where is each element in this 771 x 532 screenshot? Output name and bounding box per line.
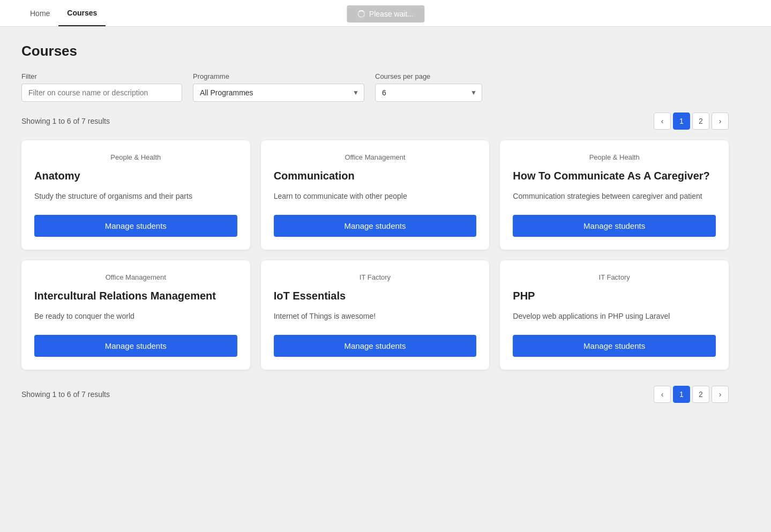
- filter-group-name: Filter: [21, 72, 182, 102]
- filter-group-perpage: Courses per page 6 12 24 ▼: [375, 72, 482, 102]
- course-description: Learn to communicate with other people: [274, 191, 477, 202]
- loading-text: Please wait...: [369, 10, 414, 18]
- course-description: Be ready to conquer the world: [34, 311, 237, 322]
- bottom-prev-page-btn[interactable]: ‹: [654, 386, 671, 403]
- nav-home[interactable]: Home: [21, 0, 58, 26]
- top-results-text: Showing 1 to 6 of 7 results: [21, 117, 110, 125]
- per-page-select-wrapper: 6 12 24 ▼: [375, 84, 482, 102]
- course-description: Communication strategies between caregiv…: [513, 191, 716, 202]
- course-card: IT Factory IoT Essentials Internet of Th…: [261, 260, 490, 370]
- course-programme: Office Management: [274, 153, 477, 161]
- programme-select[interactable]: All Programmes People & Health Office Ma…: [193, 84, 364, 102]
- course-description: Study the structure of organisms and the…: [34, 191, 237, 202]
- course-name: IoT Essentials: [274, 290, 477, 302]
- per-page-label: Courses per page: [375, 72, 482, 80]
- filter-input[interactable]: [21, 84, 182, 102]
- prev-page-btn[interactable]: ‹: [654, 113, 671, 130]
- spinner-icon: [357, 10, 365, 18]
- programme-select-wrapper: All Programmes People & Health Office Ma…: [193, 84, 364, 102]
- course-card: Office Management Intercultural Relation…: [21, 260, 250, 370]
- course-grid: People & Health Anatomy Study the struct…: [21, 140, 729, 370]
- course-name: Anatomy: [34, 170, 237, 182]
- loading-badge: Please wait...: [347, 5, 424, 23]
- course-card: IT Factory PHP Develop web applications …: [500, 260, 729, 370]
- manage-students-button[interactable]: Manage students: [274, 215, 477, 237]
- filters-row: Filter Programme All Programmes People &…: [21, 72, 729, 102]
- filter-group-programme: Programme All Programmes People & Health…: [193, 72, 364, 102]
- bottom-results-row: Showing 1 to 6 of 7 results ‹ 1 2 ›: [21, 386, 729, 403]
- course-description: Internet of Things is awesome!: [274, 311, 477, 322]
- course-programme: IT Factory: [274, 273, 477, 281]
- manage-students-button[interactable]: Manage students: [34, 215, 237, 237]
- bottom-page-1-btn[interactable]: 1: [673, 386, 690, 403]
- next-page-btn[interactable]: ›: [712, 113, 729, 130]
- main-content: Courses Filter Programme All Programmes …: [0, 27, 750, 435]
- top-pagination: ‹ 1 2 ›: [654, 113, 729, 130]
- manage-students-button[interactable]: Manage students: [34, 335, 237, 357]
- page-1-btn[interactable]: 1: [673, 113, 690, 130]
- course-name: PHP: [513, 290, 716, 302]
- course-programme: IT Factory: [513, 273, 716, 281]
- course-name: Intercultural Relations Management: [34, 290, 237, 302]
- course-description: Develop web applications in PHP using La…: [513, 311, 716, 322]
- page-title: Courses: [21, 43, 729, 59]
- navigation: Home Courses Please wait...: [0, 0, 771, 27]
- bottom-results-text: Showing 1 to 6 of 7 results: [21, 390, 110, 399]
- course-name: Communication: [274, 170, 477, 182]
- manage-students-button[interactable]: Manage students: [274, 335, 477, 357]
- manage-students-button[interactable]: Manage students: [513, 215, 716, 237]
- page-2-btn[interactable]: 2: [692, 113, 709, 130]
- course-programme: People & Health: [34, 153, 237, 161]
- nav-courses[interactable]: Courses: [58, 0, 106, 26]
- course-card: People & Health How To Communicate As A …: [500, 140, 729, 250]
- course-name: How To Communicate As A Caregiver?: [513, 170, 716, 182]
- course-card: People & Health Anatomy Study the struct…: [21, 140, 250, 250]
- programme-label: Programme: [193, 72, 364, 80]
- manage-students-button[interactable]: Manage students: [513, 335, 716, 357]
- course-programme: People & Health: [513, 153, 716, 161]
- per-page-select[interactable]: 6 12 24: [375, 84, 482, 102]
- bottom-page-2-btn[interactable]: 2: [692, 386, 709, 403]
- course-card: Office Management Communication Learn to…: [261, 140, 490, 250]
- filter-label: Filter: [21, 72, 182, 80]
- bottom-pagination: ‹ 1 2 ›: [654, 386, 729, 403]
- bottom-next-page-btn[interactable]: ›: [712, 386, 729, 403]
- course-programme: Office Management: [34, 273, 237, 281]
- top-results-row: Showing 1 to 6 of 7 results ‹ 1 2 ›: [21, 113, 729, 130]
